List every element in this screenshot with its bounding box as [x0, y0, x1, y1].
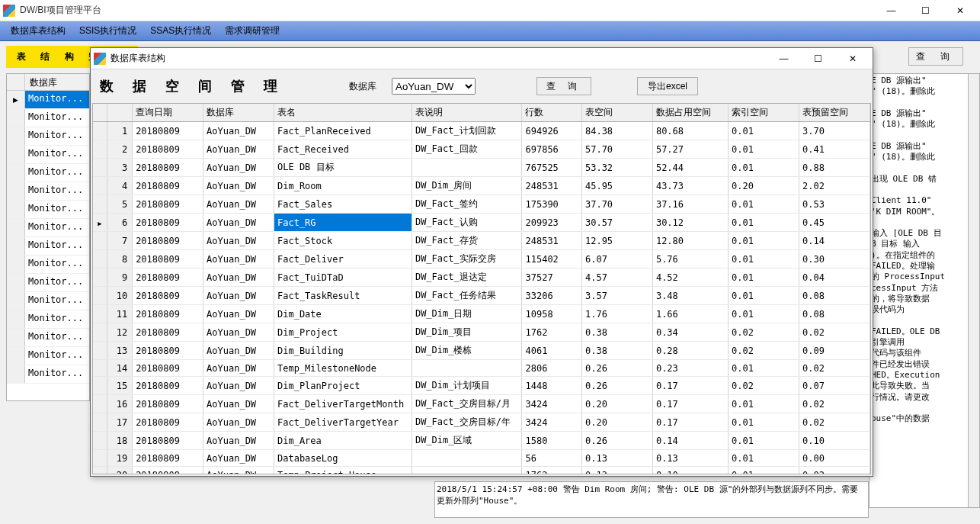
cell-table-desc: DW_Fact_交房目标/年: [412, 413, 522, 432]
bg-left-row[interactable]: Monitor...: [7, 256, 89, 274]
bg-left-header: 数据库: [25, 74, 89, 90]
table-row[interactable]: 220180809AoYuan_DWFact_ReceivedDW_Fact_回…: [93, 140, 870, 159]
inner-maximize-button[interactable]: ☐: [801, 49, 835, 69]
cell-reserved: 0.02: [799, 467, 870, 474]
main-maximize-button[interactable]: ☐: [908, 1, 943, 21]
cell-rows: 1762: [522, 323, 581, 342]
row-arrow-icon: [93, 467, 107, 474]
cell-data-used: 0.17: [652, 413, 728, 432]
bg-left-row[interactable]: Monitor...: [7, 219, 89, 237]
table-row[interactable]: 920180809AoYuan_DWFact_TuiDTaDDW_Fact_退达…: [93, 268, 870, 287]
bg-left-cell: Monitor...: [25, 347, 89, 365]
bg-scrollbar[interactable]: [968, 73, 980, 508]
export-excel-button[interactable]: 导出excel: [637, 77, 698, 95]
table-row[interactable]: 1220180809AoYuan_DWDim_ProjectDW_Dim_项目1…: [93, 323, 870, 342]
table-row[interactable]: 1920180809AoYuan_DWDatabaseLog560.130.13…: [93, 450, 870, 467]
bg-left-row[interactable]: Monitor...: [7, 201, 89, 219]
menu-ssas[interactable]: SSAS执行情况: [150, 24, 211, 37]
table-row[interactable]: 320180809AoYuan_DWOLE DB 目标76752553.3252…: [93, 159, 870, 177]
cell-table-desc: DW_Fact_计划回款: [412, 122, 522, 140]
inner-close-button[interactable]: ✕: [835, 49, 870, 69]
data-grid[interactable]: 查询日期 数据库 表名 表说明 行数 表空间 数据占用空间 索引空间 表预留空间…: [93, 104, 870, 474]
th-table-space[interactable]: 表空间: [581, 104, 652, 122]
cell-reserved: 0.04: [799, 268, 870, 287]
bg-left-grid[interactable]: 数据库 Monitor...Monitor...Monitor...Monito…: [6, 73, 90, 401]
table-row[interactable]: 1520180809AoYuan_DWDim_PlanProjectDW_Dim…: [93, 377, 870, 395]
cell-query-date: 20180809: [133, 342, 203, 360]
table-row[interactable]: 2020180809AoYuan_DWTemp_Project_House176…: [93, 467, 870, 474]
table-row[interactable]: 720180809AoYuan_DWFact_StockDW_Fact_存货24…: [93, 232, 870, 250]
th-data-used[interactable]: 数据占用空间: [652, 104, 728, 122]
table-row[interactable]: 1720180809AoYuan_DWFact_DeliverTargetYea…: [93, 413, 870, 432]
bg-left-row[interactable]: Monitor...: [7, 109, 89, 127]
th-rownum: [107, 104, 133, 122]
bg-left-row[interactable]: Monitor...: [7, 347, 89, 365]
db-select[interactable]: AoYuan_DW: [392, 78, 476, 95]
cell-db: AoYuan_DW: [203, 323, 274, 342]
table-row[interactable]: 1320180809AoYuan_DWDim_BuildingDW_Dim_楼栋…: [93, 342, 870, 360]
main-minimize-button[interactable]: —: [874, 1, 908, 21]
rowsel-icon: [7, 201, 25, 218]
table-row[interactable]: 1020180809AoYuan_DWFact_TaskResultDW_Fac…: [93, 287, 870, 305]
inner-minimize-button[interactable]: —: [767, 49, 801, 69]
bg-query-button[interactable]: 查 询: [908, 47, 963, 66]
cell-table-name: OLE DB 目标: [274, 159, 412, 177]
table-row[interactable]: 1120180809AoYuan_DWDim_DateDW_Dim_日期1095…: [93, 305, 870, 323]
cell-reserved: 0.88: [799, 159, 870, 177]
menu-req[interactable]: 需求调研管理: [225, 24, 280, 37]
cell-query-date: 20180809: [133, 323, 203, 342]
cell-db: AoYuan_DW: [203, 159, 274, 177]
table-row[interactable]: 420180809AoYuan_DWDim_RoomDW_Dim_房间24853…: [93, 177, 870, 195]
cell-table-name: Fact_Received: [274, 140, 412, 159]
table-row[interactable]: 1620180809AoYuan_DWFact_DeliverTargetMon…: [93, 395, 870, 413]
bg-left-row[interactable]: Monitor...: [7, 274, 89, 292]
th-index-space[interactable]: 索引空间: [729, 104, 799, 122]
table-row[interactable]: 820180809AoYuan_DWFact_DeliverDW_Fact_实际…: [93, 250, 870, 268]
bg-left-cell: Monitor...: [25, 164, 89, 182]
th-table-desc[interactable]: 表说明: [412, 104, 522, 122]
menu-db-struct[interactable]: 数据库表结构: [11, 24, 66, 37]
row-arrow-icon: [93, 195, 107, 214]
cell-rows: 37527: [522, 268, 581, 287]
bg-left-cell: Monitor...: [25, 201, 89, 218]
row-arrow-icon: [93, 450, 107, 467]
menu-ssis[interactable]: SSIS执行情况: [79, 24, 136, 37]
cell-data-used: 0.14: [652, 432, 728, 450]
bg-left-cell: Monitor...: [25, 274, 89, 291]
row-num: 19: [107, 450, 133, 467]
cell-query-date: 20180809: [133, 413, 203, 432]
th-rows[interactable]: 行数: [522, 104, 581, 122]
cell-table-space: 0.20: [581, 395, 652, 413]
cell-table-desc: DW_Dim_计划项目: [412, 377, 522, 395]
bg-left-row[interactable]: Monitor...: [7, 329, 89, 347]
table-row[interactable]: 1820180809AoYuan_DWDim_AreaDW_Dim_区域1580…: [93, 432, 870, 450]
th-db[interactable]: 数据库: [203, 104, 274, 122]
bg-left-row[interactable]: Monitor...: [7, 365, 89, 384]
bg-left-row[interactable]: Monitor...: [7, 237, 89, 256]
cell-data-used: 0.10: [652, 467, 728, 474]
th-query-date[interactable]: 查询日期: [133, 104, 203, 122]
table-row[interactable]: 620180809AoYuan_DWFact_RGDW_Fact_认购20992…: [93, 214, 870, 232]
bg-left-row[interactable]: Monitor...: [7, 182, 89, 201]
cell-table-desc: [412, 450, 522, 467]
bg-left-row[interactable]: Monitor...: [7, 146, 89, 164]
row-num: 14: [107, 360, 133, 377]
row-arrow-icon: [93, 177, 107, 195]
bg-left-row[interactable]: Monitor...: [7, 292, 89, 310]
th-table-name[interactable]: 表名: [274, 104, 412, 122]
cell-db: AoYuan_DW: [203, 232, 274, 250]
cell-reserved: 0.30: [799, 250, 870, 268]
table-row[interactable]: 520180809AoYuan_DWFact_SalesDW_Fact_签约17…: [93, 195, 870, 214]
bg-left-row[interactable]: Monitor...: [7, 127, 89, 146]
bg-left-row[interactable]: Monitor...: [7, 164, 89, 182]
row-arrow-icon: [93, 122, 107, 140]
table-row[interactable]: 120180809AoYuan_DWFact_PlanReceivedDW_Fa…: [93, 122, 870, 140]
cell-table-name: Dim_Room: [274, 177, 412, 195]
rowsel-icon: [7, 127, 25, 145]
bg-left-row[interactable]: Monitor...: [7, 91, 89, 109]
table-row[interactable]: 1420180809AoYuan_DWTemp_MilestoneNode280…: [93, 360, 870, 377]
inner-query-button[interactable]: 查 询: [536, 77, 591, 95]
bg-left-row[interactable]: Monitor...: [7, 310, 89, 329]
th-reserved[interactable]: 表预留空间: [799, 104, 870, 122]
main-close-button[interactable]: ✕: [943, 1, 977, 21]
